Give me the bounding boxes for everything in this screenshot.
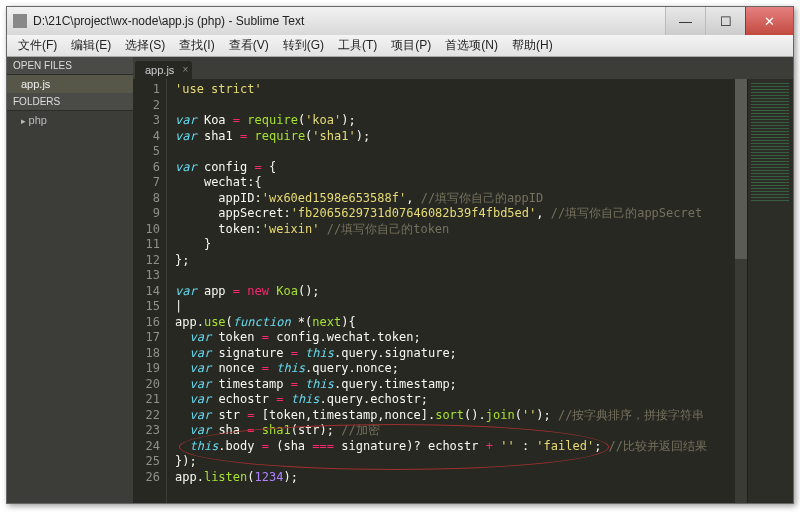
maximize-button[interactable]: ☐ <box>705 7 745 35</box>
app-icon <box>13 14 27 28</box>
close-icon[interactable]: × <box>183 64 189 75</box>
open-file-item[interactable]: app.js <box>7 75 133 93</box>
scroll-thumb[interactable] <box>735 79 747 259</box>
open-files-header: OPEN FILES <box>7 57 133 75</box>
menu-select[interactable]: 选择(S) <box>118 37 172 54</box>
close-button[interactable]: ✕ <box>745 7 793 35</box>
window-title: D:\21C\project\wx-node\app.js (php) - Su… <box>33 14 665 28</box>
titlebar[interactable]: D:\21C\project\wx-node\app.js (php) - Su… <box>7 7 793 35</box>
menu-prefs[interactable]: 首选项(N) <box>438 37 505 54</box>
tab-label: app.js <box>145 64 174 76</box>
minimap[interactable] <box>747 79 793 503</box>
folder-item[interactable]: php <box>7 111 133 129</box>
code-lines[interactable]: 'use strict' var Koa = require('koa');va… <box>167 79 747 503</box>
tab-bar: app.js × <box>133 57 793 79</box>
scrollbar-vertical[interactable] <box>735 79 747 503</box>
menu-goto[interactable]: 转到(G) <box>276 37 331 54</box>
tab-appjs[interactable]: app.js × <box>135 61 192 79</box>
menubar: 文件(F) 编辑(E) 选择(S) 查找(I) 查看(V) 转到(G) 工具(T… <box>7 35 793 57</box>
minimize-button[interactable]: — <box>665 7 705 35</box>
menu-tools[interactable]: 工具(T) <box>331 37 384 54</box>
menu-find[interactable]: 查找(I) <box>172 37 221 54</box>
menu-edit[interactable]: 编辑(E) <box>64 37 118 54</box>
gutter: 1234567891011121314151617181920212223242… <box>133 79 167 503</box>
folders-header: FOLDERS <box>7 93 133 111</box>
editor[interactable]: 1234567891011121314151617181920212223242… <box>133 79 793 503</box>
window: D:\21C\project\wx-node\app.js (php) - Su… <box>6 6 794 504</box>
sidebar: OPEN FILES app.js FOLDERS php <box>7 57 133 503</box>
menu-help[interactable]: 帮助(H) <box>505 37 560 54</box>
menu-view[interactable]: 查看(V) <box>222 37 276 54</box>
menu-file[interactable]: 文件(F) <box>11 37 64 54</box>
menu-project[interactable]: 项目(P) <box>384 37 438 54</box>
